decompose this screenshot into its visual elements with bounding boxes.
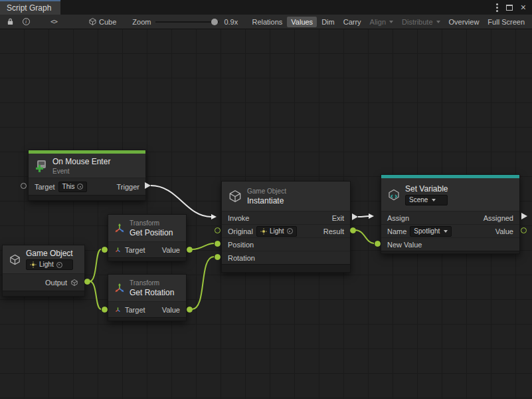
getrotation-value-out-port[interactable] <box>187 307 193 313</box>
caret-down-icon <box>432 199 436 201</box>
info-glyph: i <box>23 18 30 25</box>
node-set-variable[interactable]: Set Variable Scene Assign Assigned Name … <box>381 174 520 254</box>
node-title: Get Position <box>130 228 173 237</box>
node-get-rotation[interactable]: Transform Get Rotation Target Value <box>108 274 187 321</box>
value-port-label: Value <box>162 306 180 314</box>
zoom-slider[interactable] <box>155 18 219 26</box>
graph-toolbar: i <> Cube Zoom 0.9x Relations Values Dim… <box>0 15 532 29</box>
kebab-menu-icon[interactable] <box>496 7 498 9</box>
object-picker-icon[interactable] <box>77 184 83 190</box>
close-icon[interactable]: × <box>521 3 526 12</box>
position-in-port[interactable] <box>215 241 221 247</box>
assigned-port-label: Assigned <box>484 214 513 222</box>
name-port-label: Name <box>387 227 406 235</box>
zoom-slider-handle[interactable] <box>211 19 218 25</box>
node-category: Transform <box>130 219 173 227</box>
graph-target-button[interactable]: Cube <box>84 16 120 27</box>
light-object-value: Light <box>39 261 54 269</box>
maximize-icon[interactable] <box>506 5 513 11</box>
node-instantiate[interactable]: Game Object Instantiate Invoke Exit Orig… <box>221 181 351 273</box>
output-port-row: Output <box>3 273 84 291</box>
code-icon[interactable]: <> <box>47 16 60 28</box>
exit-port-label: Exit <box>332 214 344 222</box>
window-tab-bar: Script Graph × <box>0 0 532 15</box>
fullscreen-button[interactable]: Full Screen <box>484 17 529 27</box>
node-footer <box>108 317 186 321</box>
cube-icon <box>88 17 97 26</box>
value-out-port[interactable] <box>521 227 527 233</box>
light-output-out-port[interactable] <box>84 279 90 285</box>
toolbar-button-group: Relations Values Dim Carry Align Distrib… <box>248 17 529 27</box>
light-icon <box>260 228 267 235</box>
node-title: Instantiate <box>247 196 286 205</box>
position-row: Position <box>222 237 350 251</box>
original-port-label: Original <box>228 227 253 235</box>
overview-button[interactable]: Overview <box>445 17 484 27</box>
rotation-in-port[interactable] <box>215 254 221 260</box>
distribute-label: Distribute <box>402 18 432 26</box>
variable-scope-value: Scene <box>409 196 428 204</box>
object-picker-icon[interactable] <box>56 262 62 268</box>
getrotation-target-in-port[interactable] <box>102 307 108 313</box>
light-object-field[interactable]: Light <box>26 259 73 270</box>
info-icon[interactable]: i <box>19 16 33 28</box>
caret-down-icon <box>444 230 448 233</box>
variable-name-dropdown[interactable]: Spotlight <box>410 226 452 237</box>
dim-button[interactable]: Dim <box>317 17 339 27</box>
wire-result-to-newvalue[interactable] <box>355 230 374 243</box>
carry-button[interactable]: Carry <box>339 17 365 27</box>
target-object-value: This <box>62 183 75 191</box>
node-header: Transform Get Rotation <box>108 275 186 301</box>
tab-script-graph[interactable]: Script Graph <box>0 0 60 15</box>
node-subtitle: Event <box>52 168 110 175</box>
exit-out-port[interactable] <box>352 213 358 220</box>
wire-exit-to-assign[interactable] <box>358 216 369 217</box>
wire-light-to-getrotation[interactable] <box>90 281 101 309</box>
new-value-in-port[interactable] <box>375 241 381 247</box>
object-picker-icon[interactable] <box>287 228 293 234</box>
graph-target-label: Cube <box>99 18 116 26</box>
cube-icon <box>228 189 242 203</box>
caret-down-icon <box>436 21 440 23</box>
align-label: Align <box>370 18 386 26</box>
node-on-mouse-enter[interactable]: On Mouse Enter Event Target This Trigger <box>28 150 146 201</box>
rotation-row: Rotation <box>222 251 350 264</box>
graph-canvas[interactable]: On Mouse Enter Event Target This Trigger <box>0 29 532 399</box>
wire-position-value[interactable] <box>192 243 214 249</box>
cube-icon <box>9 253 21 266</box>
position-port-label: Position <box>228 241 254 249</box>
relations-button[interactable]: Relations <box>248 17 286 27</box>
original-in-port[interactable] <box>215 227 221 233</box>
transform-icon <box>114 223 125 233</box>
code-glyph: <> <box>50 18 57 25</box>
node-header: Set Variable Scene <box>381 178 519 211</box>
node-footer <box>108 257 186 261</box>
result-out-port[interactable] <box>350 227 356 233</box>
output-port-label: Output <box>45 279 67 287</box>
assign-port-label: Assign <box>387 214 409 222</box>
variable-scope-dropdown[interactable]: Scene <box>405 195 448 205</box>
node-footer <box>222 264 350 272</box>
node-footer <box>29 195 145 200</box>
original-object-field[interactable]: Light <box>256 226 297 237</box>
node-get-position[interactable]: Transform Get Position Target Value <box>108 214 187 261</box>
getposition-value-out-port[interactable] <box>187 247 193 253</box>
target-in-port[interactable] <box>21 183 27 189</box>
lock-icon[interactable] <box>3 16 17 28</box>
node-footer <box>381 251 519 253</box>
assigned-out-port[interactable] <box>521 213 527 219</box>
node-header: Game Object Instantiate <box>222 182 350 211</box>
node-title: On Mouse Enter <box>52 157 110 166</box>
node-get-variable-light[interactable]: Game Object Light Output <box>2 245 85 297</box>
target-object-field[interactable]: This <box>58 182 88 192</box>
wire-arrowhead <box>211 214 217 219</box>
distribute-button[interactable]: Distribute <box>398 17 444 27</box>
node-title: Game Object <box>26 249 73 258</box>
wire-light-to-getposition[interactable] <box>90 249 101 281</box>
target-port-label: Target <box>125 306 145 314</box>
values-button[interactable]: Values <box>287 17 317 27</box>
align-button[interactable]: Align <box>366 17 397 27</box>
getposition-target-in-port[interactable] <box>102 247 108 253</box>
wire-trigger-to-invoke[interactable] <box>151 186 211 217</box>
wire-rotation-value[interactable] <box>192 257 214 309</box>
